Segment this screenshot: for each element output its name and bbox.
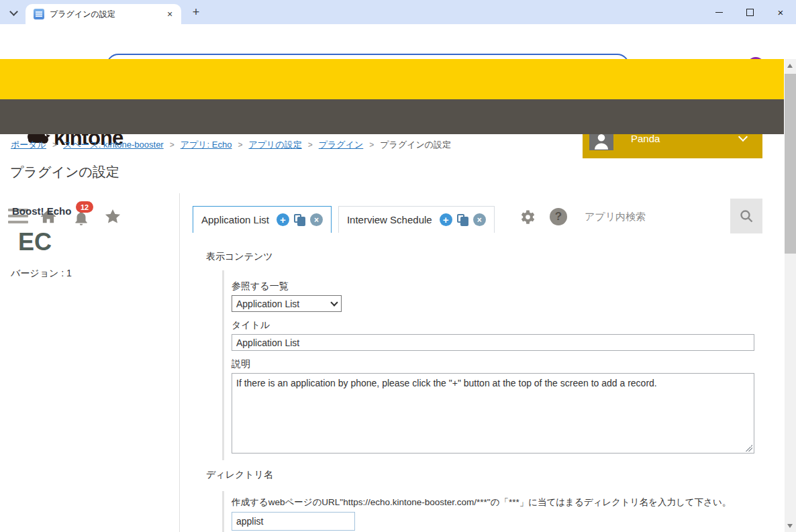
breadcrumb-portal[interactable]: ポータル <box>11 139 46 151</box>
minimize-button[interactable] <box>703 0 734 24</box>
breadcrumb-space[interactable]: スペース: kintone-booster <box>63 139 164 151</box>
help-button[interactable]: ? <box>549 207 568 226</box>
content-tabs: Application List + × Interview Schedule … <box>193 206 495 233</box>
list-select[interactable]: Application List <box>232 295 342 312</box>
app-search-input[interactable] <box>575 199 730 233</box>
scroll-up-icon[interactable] <box>787 64 793 68</box>
search-icon <box>738 208 754 224</box>
page-favicon-icon <box>34 9 44 19</box>
user-name: Panda <box>631 133 740 144</box>
scrollbar-thumb[interactable] <box>785 74 796 254</box>
tab-label: Interview Schedule <box>347 214 432 225</box>
plugin-initials: EC <box>18 228 52 256</box>
help-icon: ? <box>550 208 567 225</box>
duplicate-tab-icon[interactable] <box>294 214 305 226</box>
directory-input[interactable] <box>232 512 355 531</box>
section-guide-line <box>222 270 224 460</box>
browser-tab-title: プラグインの設定 <box>50 9 164 20</box>
plugin-version: バージョン : 1 <box>11 268 72 280</box>
breadcrumb-plugin[interactable]: プラグイン <box>319 139 364 151</box>
breadcrumb: ポータル > スペース: kintone-booster > アプリ: Echo… <box>11 139 451 151</box>
remove-tab-icon[interactable]: × <box>310 213 323 226</box>
breadcrumb-separator: > <box>238 140 242 150</box>
remove-tab-icon[interactable]: × <box>473 213 486 226</box>
window-controls: × <box>703 0 796 24</box>
gear-icon <box>518 208 536 226</box>
maximize-icon <box>746 9 754 16</box>
plugin-name: Boost! Echo <box>12 205 71 217</box>
title-input[interactable] <box>232 334 754 351</box>
tab-application-list[interactable]: Application List + × <box>193 206 332 233</box>
tab-close-button[interactable]: × <box>164 8 176 20</box>
page-title: プラグインの設定 <box>10 163 119 181</box>
add-tab-icon[interactable]: + <box>277 213 289 226</box>
description-field-label: 説明 <box>232 358 250 370</box>
close-window-button[interactable]: × <box>765 0 796 24</box>
breadcrumb-app[interactable]: アプリ: Echo <box>181 139 232 151</box>
resize-handle[interactable] <box>746 445 752 451</box>
scroll-down-icon[interactable] <box>787 524 793 528</box>
sidebar-divider <box>179 193 180 532</box>
browser-window: プラグインの設定 × + × pandafirm.cybozu.c <box>0 0 796 532</box>
tab-label: Application List <box>201 214 269 225</box>
new-tab-button[interactable]: + <box>189 5 203 19</box>
browser-toolbar: pandafirm.cybozu.com/k/admin/app/2522/pl… <box>0 24 796 59</box>
add-tab-icon[interactable]: + <box>440 213 452 226</box>
breadcrumb-separator: > <box>52 140 57 150</box>
duplicate-tab-icon[interactable] <box>457 214 468 226</box>
breadcrumb-separator: > <box>170 140 175 150</box>
breadcrumb-separator: > <box>369 140 374 150</box>
notification-badge: 12 <box>76 201 93 213</box>
settings-button[interactable] <box>517 207 536 226</box>
breadcrumb-separator: > <box>308 140 313 150</box>
breadcrumb-current: プラグインの設定 <box>380 139 451 151</box>
directory-instruction: 作成するwebページのURL"https://echo.kintone-boos… <box>232 496 731 509</box>
browser-tab[interactable]: プラグインの設定 × <box>26 4 181 24</box>
list-field-label: 参照する一覧 <box>232 280 289 292</box>
title-field-label: タイトル <box>232 319 270 331</box>
description-textarea[interactable]: If there is an application by phone, ple… <box>232 373 754 454</box>
kintone-navbar: 12 ? <box>0 99 784 134</box>
chevron-down-icon <box>9 7 18 16</box>
page-scrollbar[interactable] <box>785 59 796 532</box>
kintone-header: kintone Panda <box>0 59 784 99</box>
minimize-icon <box>715 12 723 13</box>
breadcrumb-app-settings[interactable]: アプリの設定 <box>249 139 302 151</box>
chevron-down-icon <box>330 299 338 306</box>
star-icon <box>103 207 122 226</box>
section-guide-line <box>222 491 224 532</box>
browser-titlebar: プラグインの設定 × + × <box>0 0 796 24</box>
search-button[interactable] <box>730 199 762 233</box>
tab-search-button[interactable] <box>5 5 21 21</box>
favorites-button[interactable] <box>103 207 122 226</box>
app-search-box <box>575 199 730 233</box>
tab-interview-schedule[interactable]: Interview Schedule + × <box>338 206 495 233</box>
section-label-directory: ディレクトリ名 <box>206 469 273 481</box>
section-label-display-contents: 表示コンテンツ <box>206 251 273 263</box>
maximize-button[interactable] <box>734 0 765 24</box>
list-select-value: Application List <box>236 299 299 309</box>
